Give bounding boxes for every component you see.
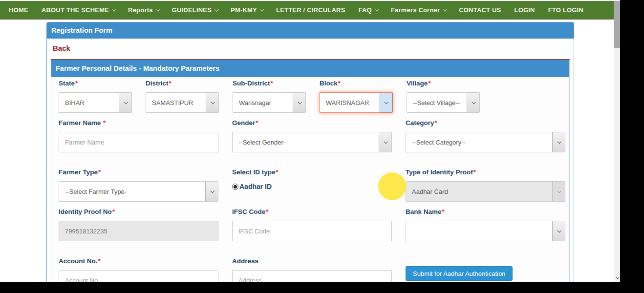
farmer-type-select[interactable]: --Select Farmer Type- xyxy=(59,181,218,202)
required-asterisk: * xyxy=(112,208,115,215)
name-gender-category-row: Farmer Name * Gender* --Select Gender- C… xyxy=(59,119,569,152)
village-label: Village xyxy=(407,80,428,87)
required-asterisk: * xyxy=(98,168,101,176)
nav-item-pm-kmy[interactable]: PM-KMY xyxy=(231,6,263,14)
chevron-down-icon xyxy=(443,7,447,11)
farmer-type-label: Farmer Type xyxy=(59,168,98,176)
sub-district-label: Sub-District xyxy=(233,80,270,87)
bank-name-field: Bank Name* xyxy=(406,208,565,241)
required-asterisk: * xyxy=(338,80,341,87)
required-asterisk: * xyxy=(442,208,445,215)
gender-field: Gender* --Select Gender- xyxy=(232,119,392,152)
nav-item-home[interactable]: HOME xyxy=(9,6,28,14)
farmer-type-row: Farmer Type* --Select Farmer Type- Selec… xyxy=(59,168,569,202)
sub-district-select[interactable]: Warisnagar xyxy=(233,92,306,113)
required-asterisk: * xyxy=(266,208,268,215)
category-select[interactable]: --Select Category-- xyxy=(406,132,565,152)
nav-item-farmers-corner[interactable]: Farmers Corner xyxy=(391,6,446,14)
nav-item-contact-us[interactable]: CONTACT US xyxy=(459,6,501,14)
back-link[interactable]: Back xyxy=(53,44,70,52)
gender-select[interactable]: --Select Gender- xyxy=(232,132,392,152)
nav-item-guidelines[interactable]: GUIDELINES xyxy=(172,6,217,14)
nav-item-fto-login[interactable]: FTO LOGIN xyxy=(548,6,583,14)
bank-name-select[interactable] xyxy=(406,221,565,241)
farmer-name-input[interactable] xyxy=(59,132,218,152)
block-select[interactable]: WARISNAGAR xyxy=(320,92,393,113)
gender-label: Gender xyxy=(232,119,255,126)
letterbox-bottom xyxy=(0,282,644,293)
chevron-down-icon xyxy=(206,93,218,112)
bank-name-label: Bank Name xyxy=(406,208,442,215)
registration-form-panel: Registration Form Back Farmer Personal D… xyxy=(46,22,574,283)
ifsc-code-label: IFSC Code xyxy=(232,208,265,215)
account-no-label: Account No. xyxy=(59,257,98,265)
scrollbar-down-arrow[interactable] xyxy=(614,275,620,281)
nav-item-faq[interactable]: FAQ xyxy=(359,6,378,14)
select-id-type-label: Select ID type xyxy=(232,168,276,176)
main-navbar: HOME ABOUT THE SCHEME Reports GUIDELINES… xyxy=(0,1,615,19)
chevron-down-icon xyxy=(293,93,305,112)
required-asterisk: * xyxy=(103,119,106,126)
category-field: Category* --Select Category-- xyxy=(406,119,565,152)
identity-proof-type-field: Type of Identity Proof* Aadhar Card xyxy=(406,168,565,202)
category-label: Category xyxy=(406,119,434,126)
identity-proof-no-label: Identity Proof No xyxy=(59,208,112,215)
scrollbar[interactable] xyxy=(614,0,620,282)
chevron-down-icon xyxy=(467,93,479,112)
chevron-down-icon xyxy=(375,7,379,11)
state-select[interactable]: BIHAR xyxy=(59,92,132,113)
chevron-down-icon xyxy=(215,7,218,11)
nav-item-about-the-scheme[interactable]: ABOUT THE SCHEME xyxy=(42,6,115,14)
scrollbar-thumb[interactable] xyxy=(614,1,620,48)
required-asterisk: * xyxy=(75,80,78,87)
block-field: Block* WARISNAGAR xyxy=(320,80,393,113)
required-asterisk: * xyxy=(271,80,273,87)
village-select[interactable]: --Select Village-- xyxy=(407,92,480,113)
identity-bank-row: Identity Proof No* IFSC Code* Bank Name* xyxy=(59,208,569,241)
chevron-down-icon xyxy=(616,276,619,279)
chevron-down-icon xyxy=(260,7,264,11)
chevron-down-icon xyxy=(552,132,565,152)
farmer-name-field: Farmer Name * xyxy=(59,119,218,152)
district-select[interactable]: SAMASTIPUR xyxy=(146,92,219,113)
required-asterisk: * xyxy=(435,119,437,126)
required-asterisk: * xyxy=(256,119,258,126)
identity-proof-type-label: Type of Identity Proof xyxy=(406,168,473,176)
sub-district-field: Sub-District* Warisnagar xyxy=(233,80,306,113)
ifsc-code-input[interactable] xyxy=(232,221,392,241)
required-asterisk: * xyxy=(473,168,476,176)
chevron-down-icon xyxy=(112,7,116,11)
submit-aadhar-authentication-button[interactable]: Submit for Aadhar Authentication xyxy=(406,266,513,281)
chevron-down-icon xyxy=(379,132,391,152)
form-body: State* BIHAR District* SAMASTIPUR Sub-Di… xyxy=(51,77,569,291)
chevron-down-icon xyxy=(205,182,218,201)
chevron-down-icon xyxy=(119,93,131,112)
state-label: State xyxy=(59,80,75,87)
nav-item-login[interactable]: LOGIN xyxy=(514,6,535,14)
aadhar-id-radio-row: Aadhar ID xyxy=(232,183,392,190)
district-label: District xyxy=(146,80,169,87)
radio-selected-dot xyxy=(234,185,237,188)
farmer-name-label: Farmer Name xyxy=(59,119,103,126)
required-asterisk: * xyxy=(169,80,172,87)
section-title: Farmer Personal Details - Mandatory Para… xyxy=(51,60,569,77)
block-label: Block xyxy=(320,80,338,87)
required-asterisk: * xyxy=(276,168,279,176)
farmer-type-field: Farmer Type* --Select Farmer Type- xyxy=(59,168,218,202)
cursor-click-highlight xyxy=(378,172,406,200)
chevron-down-icon xyxy=(552,182,565,201)
location-row: State* BIHAR District* SAMASTIPUR Sub-Di… xyxy=(59,80,569,113)
village-field: Village* --Select Village-- xyxy=(407,80,480,113)
nav-item-letter-circulars[interactable]: LETTER / CIRCULARS xyxy=(276,6,345,14)
required-asterisk: * xyxy=(428,80,430,87)
district-field: District* SAMASTIPUR xyxy=(146,80,219,113)
page-title: Registration Form xyxy=(47,22,574,39)
ifsc-code-field: IFSC Code* xyxy=(232,208,392,241)
aadhar-id-radio[interactable] xyxy=(232,184,238,190)
identity-proof-no-input xyxy=(59,221,218,241)
aadhar-id-radio-label: Aadhar ID xyxy=(239,183,272,190)
nav-item-reports[interactable]: Reports xyxy=(128,6,159,14)
state-field: State* BIHAR xyxy=(59,80,132,113)
farmer-personal-details-panel: Farmer Personal Details - Mandatory Para… xyxy=(51,59,570,288)
identity-proof-no-field: Identity Proof No* xyxy=(59,208,218,241)
